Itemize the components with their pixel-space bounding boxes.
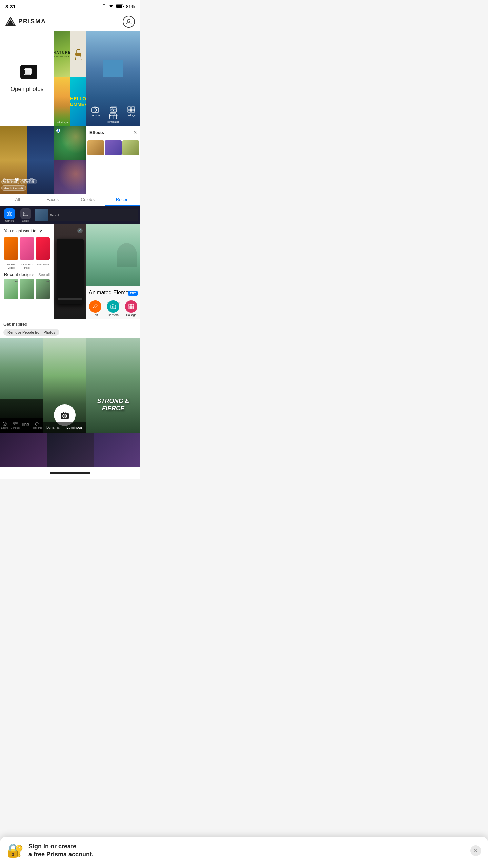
bottom-row — [0, 433, 140, 467]
svg-rect-0 — [103, 5, 105, 8]
open-photos-panel[interactable]: Open photos — [0, 31, 54, 126]
recent-designs-header: Recent designs See all — [4, 272, 50, 277]
svg-point-36 — [112, 306, 114, 308]
hello-summer-text: HELLOSUMMER! — [70, 96, 86, 107]
template-label-2: Your Story — [36, 263, 50, 269]
effects-close-button[interactable]: × — [133, 129, 137, 136]
status-bar: 8:31 81% — [0, 0, 140, 12]
shutter-icon — [60, 410, 70, 420]
inspired-section: Get Inspired Remove People from Photos — [0, 319, 140, 338]
svg-rect-40 — [131, 307, 134, 309]
open-photos-label: Open photos — [11, 86, 43, 93]
tab-celebs[interactable]: Celebs — [70, 194, 105, 206]
bottom-img-1[interactable] — [0, 433, 47, 467]
lb-highlight-item[interactable]: Highlights — [32, 421, 42, 429]
battery-icon — [116, 4, 124, 8]
battery-percent: 81% — [126, 4, 135, 9]
chair-img[interactable] — [70, 31, 86, 77]
svg-rect-23 — [128, 107, 131, 110]
landscape-bottom-bar: Effects Contrast HDR — [0, 418, 43, 433]
lb-effect-item[interactable]: Effects — [1, 421, 8, 429]
tab-all[interactable]: All — [0, 194, 35, 206]
svg-rect-37 — [129, 304, 131, 307]
app-name: PRISMA — [18, 18, 46, 25]
hashtag-blackdiamond[interactable]: #blackdiamond♥ — [1, 185, 26, 191]
fierce-panel: STRONG & FIERCE — [86, 338, 140, 433]
discover-camera-item[interactable]: Camera — [2, 208, 17, 222]
profile-button[interactable] — [123, 16, 135, 28]
camera-action-item[interactable]: camera — [91, 106, 100, 117]
profile-icon — [125, 18, 132, 25]
nature-template-img[interactable]: NATURE Green template text — [54, 31, 70, 77]
svg-rect-4 — [123, 6, 124, 7]
template-card-instagram[interactable] — [20, 237, 34, 260]
collage-action-item[interactable]: collage — [127, 106, 136, 117]
thumb-menu-3[interactable]: ··· — [46, 280, 49, 283]
lb-hdr-item[interactable]: HDR — [22, 423, 29, 427]
remove-people-button[interactable]: Remove People from Photos — [3, 329, 59, 336]
tab-faces[interactable]: Faces — [35, 194, 70, 206]
svg-point-31 — [9, 213, 11, 215]
svg-rect-26 — [131, 110, 135, 112]
tab-recent[interactable]: Recent — [105, 194, 141, 206]
prisma-logo-icon — [5, 17, 16, 27]
template-card-story[interactable] — [36, 237, 50, 260]
camera-icon — [92, 106, 99, 113]
svg-point-47 — [35, 422, 38, 425]
landscape-camera-panel: Dynamic Luminous — [43, 338, 86, 433]
top-row: Open photos NATURE Green template text — [0, 31, 140, 126]
camera-action[interactable]: Camera — [107, 300, 119, 317]
svg-rect-39 — [129, 307, 131, 309]
templates-action-item[interactable]: Templates — [107, 113, 119, 123]
recent-thumb-1[interactable]: ··· — [4, 279, 18, 299]
thumb-menu-1[interactable]: ··· — [15, 280, 18, 283]
hello-summer-img[interactable]: HELLOSUMMER! — [70, 77, 86, 126]
discover-preview-strip[interactable]: Recent — [35, 209, 138, 221]
template-label-1: Instagram Post — [20, 263, 34, 269]
hashtag-cooleffect[interactable]: #cooleffect — [1, 179, 19, 184]
svg-rect-35 — [111, 305, 116, 309]
svg-point-41 — [3, 422, 6, 426]
see-all-button[interactable]: See all — [38, 273, 50, 277]
svg-rect-25 — [128, 110, 131, 112]
effects-panel: Effects × — [86, 126, 140, 194]
recent-thumb-2[interactable]: ··· — [20, 279, 34, 299]
chair-icon — [73, 47, 83, 61]
hashtag-photolab[interactable]: #photolab — [20, 179, 37, 184]
keyboard-panel[interactable]: 🔗 — [54, 224, 86, 319]
try-badge[interactable]: TRY — [128, 291, 138, 296]
collage-action-label: Collage — [126, 313, 137, 317]
effect-thumb-1[interactable] — [87, 140, 104, 155]
logo-area: PRISMA — [5, 17, 46, 27]
bottom-img-2[interactable] — [47, 433, 94, 467]
edit-label: Edit — [93, 313, 98, 317]
portrait-girl-img[interactable]: portrait style — [54, 77, 70, 126]
effect-thumb-3[interactable] — [122, 140, 139, 155]
collage-action[interactable]: Collage — [125, 300, 137, 317]
svg-rect-15 — [75, 53, 81, 56]
lb-adjust-item[interactable]: Contrast — [11, 421, 19, 429]
thumb-menu-2[interactable]: ··· — [30, 280, 33, 283]
camera-action-icon-circle — [107, 300, 119, 313]
top-middle: NATURE Green template text — [54, 31, 86, 126]
template-card-mobile[interactable] — [4, 237, 18, 260]
person-photo-col[interactable]: 126 23.1k 1 — [0, 126, 54, 194]
camera-panel[interactable]: camera photos — [86, 31, 140, 126]
template-label-0: Mobile Video — [4, 263, 18, 269]
effect-thumb-2[interactable] — [105, 140, 121, 155]
might-try-label: You might want to try... — [4, 229, 50, 233]
edit-action[interactable]: Edit — [89, 300, 101, 317]
recent-thumb-3[interactable]: ··· — [36, 279, 50, 299]
vibrate-icon — [102, 4, 106, 9]
get-inspired-label: Get Inspired — [3, 322, 137, 327]
mode-dynamic[interactable]: Dynamic — [46, 426, 60, 429]
camera-mode-bar: Dynamic Luminous — [43, 422, 86, 433]
bottom-img-3[interactable] — [94, 433, 140, 467]
svg-rect-30 — [7, 212, 12, 216]
discover-gallery-item[interactable]: Gallery — [18, 208, 33, 222]
mode-luminous[interactable]: Luminous — [66, 426, 83, 429]
home-bar — [50, 472, 90, 474]
svg-point-8 — [127, 19, 130, 22]
main-content: Open photos NATURE Green template text — [0, 31, 140, 467]
discover-gallery-icon — [20, 208, 31, 219]
